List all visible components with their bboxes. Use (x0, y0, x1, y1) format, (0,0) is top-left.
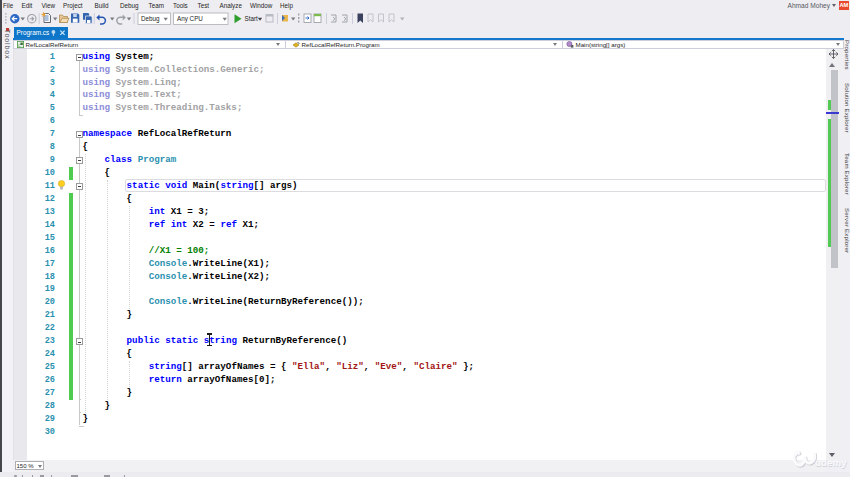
svg-text:Any CPU: Any CPU (177, 15, 203, 23)
svg-text:C: C (17, 43, 20, 48)
svg-text:udemy: udemy (815, 457, 847, 468)
svg-text:Start: Start (245, 15, 259, 22)
svg-text:Debug: Debug (141, 15, 160, 23)
